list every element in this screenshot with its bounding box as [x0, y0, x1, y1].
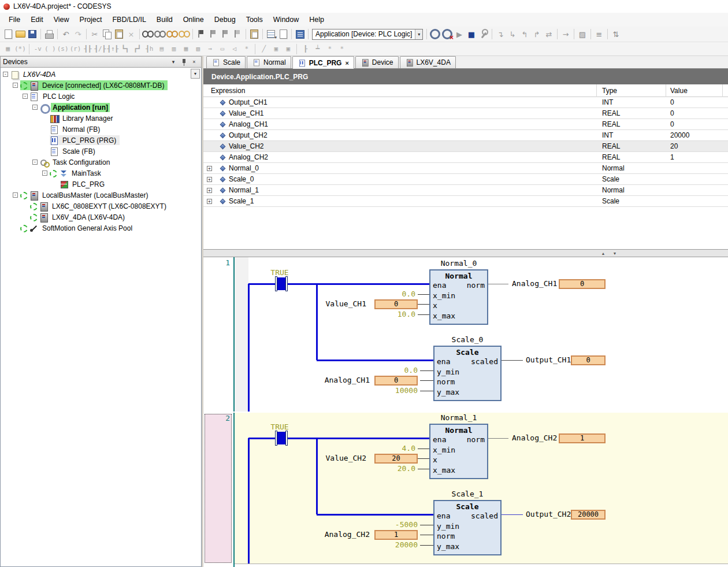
- scroll-up-icon[interactable]: ▲: [598, 250, 608, 257]
- fbd-tool-icon-23[interactable]: ▣: [270, 44, 281, 54]
- menu-item-help[interactable]: Help: [304, 13, 329, 26]
- menu-item-online[interactable]: Online: [178, 13, 209, 26]
- tab-plc-prg[interactable]: PLC_PRG×: [292, 56, 354, 69]
- tree-item-scale-fb[interactable]: Scale (FB): [1, 146, 201, 157]
- force-values-icon[interactable]: ⇅: [610, 28, 622, 40]
- expand-icon[interactable]: +: [207, 188, 212, 193]
- fbd-tool-icon-26[interactable]: ┠: [300, 44, 311, 54]
- tree-expander-icon[interactable]: -: [13, 192, 18, 198]
- step-out-icon[interactable]: ↰: [519, 28, 530, 40]
- tree-item-plc-prg[interactable]: PLC_PRG: [1, 179, 201, 190]
- online-value-box[interactable]: 1: [559, 433, 606, 443]
- tab-close-icon[interactable]: ×: [345, 60, 348, 66]
- tab-scale[interactable]: Scale: [206, 56, 246, 68]
- find-in-project-icon[interactable]: [166, 28, 178, 40]
- fbd-tool-icon-15[interactable]: ▦: [180, 44, 191, 54]
- tab-lx6v-4da[interactable]: LX6V_4DA: [400, 56, 456, 68]
- fbd-tool-icon-3[interactable]: -v: [32, 44, 43, 54]
- stop-icon[interactable]: ■: [466, 28, 477, 40]
- column-value[interactable]: Value: [670, 87, 688, 95]
- watch-row-scale-1[interactable]: +Scale_1Scale: [203, 196, 728, 207]
- online-value-box[interactable]: 0: [571, 355, 606, 365]
- open-project-icon[interactable]: [14, 28, 26, 40]
- paste-object-icon[interactable]: [248, 28, 260, 40]
- menu-item-debug[interactable]: Debug: [209, 13, 241, 26]
- tree-expander-icon[interactable]: -: [3, 72, 8, 77]
- fbd-tool-icon-5[interactable]: (s): [57, 44, 69, 54]
- new-project-icon[interactable]: [2, 28, 14, 40]
- fbd-tool-icon-17[interactable]: →: [205, 44, 216, 54]
- breakpoint-icon[interactable]: [478, 28, 489, 40]
- save-icon[interactable]: [27, 28, 38, 40]
- panel-pin-icon[interactable]: [179, 58, 188, 66]
- watch-row-normal-0[interactable]: +Normal_0Normal: [203, 163, 728, 174]
- replace-icon[interactable]: [154, 28, 166, 40]
- watch-list-icon[interactable]: ≡: [593, 28, 605, 40]
- menu-item-file[interactable]: File: [3, 13, 25, 26]
- tree-expander-icon[interactable]: -: [13, 83, 18, 88]
- watch-row-output-ch2[interactable]: Output_CH2INT20000: [203, 130, 728, 141]
- watch-row-normal-1[interactable]: +Normal_1Normal: [203, 185, 728, 196]
- redo-icon[interactable]: ↷: [72, 28, 84, 40]
- panel-collapse-icon[interactable]: ▾: [169, 58, 178, 66]
- fbd-tool-icon-18[interactable]: ▭: [217, 44, 228, 54]
- toggle-bookmark-icon[interactable]: [195, 28, 207, 40]
- menu-item-view[interactable]: View: [49, 13, 75, 26]
- fbd-tool-icon-27[interactable]: ┷: [312, 44, 323, 54]
- menu-item-edit[interactable]: Edit: [25, 13, 49, 26]
- online-value-box[interactable]: 0: [374, 376, 418, 386]
- tab-normal[interactable]: Normal: [247, 56, 291, 68]
- fbd-tool-icon-14[interactable]: ▥: [168, 44, 179, 54]
- watch-row-value-ch2[interactable]: Value_CH2REAL20: [203, 141, 728, 152]
- copy-icon[interactable]: [101, 28, 113, 40]
- menu-item-tools[interactable]: Tools: [241, 13, 268, 26]
- expand-icon[interactable]: +: [207, 177, 212, 182]
- tree-expander-icon[interactable]: -: [32, 105, 38, 110]
- tree-item-library-manager[interactable]: Library Manager: [1, 113, 201, 124]
- tree-expander-icon[interactable]: -: [42, 171, 47, 176]
- library-repository-icon[interactable]: [294, 28, 306, 40]
- clear-bookmarks-icon[interactable]: [232, 28, 243, 40]
- online-value-box[interactable]: 20000: [571, 510, 606, 520]
- tree-expander-icon[interactable]: -: [32, 160, 38, 165]
- tree-item-lx6c-0808exyt-lx6c-0808exyt[interactable]: LX6C_0808EXYT (LX6C-0808EXYT): [1, 201, 201, 212]
- step-over-icon[interactable]: ↴: [495, 28, 506, 40]
- new-object-icon[interactable]: [265, 28, 277, 40]
- fbd-tool-icon-0[interactable]: ▦: [2, 44, 13, 54]
- menu-item-window[interactable]: Window: [268, 13, 304, 26]
- online-value-box[interactable]: 0: [559, 279, 606, 289]
- chevron-down-icon[interactable]: ▾: [415, 29, 422, 39]
- tree-item-softmotion-general-axis-pool[interactable]: SoftMotion General Axis Pool: [1, 223, 201, 234]
- tree-item-plc-prg-prg[interactable]: PLC_PRG (PRG): [1, 135, 201, 146]
- menu-item-build[interactable]: Build: [151, 13, 178, 26]
- fbd-tool-icon-10[interactable]: ┗┓: [120, 44, 131, 54]
- fbd-tool-icon-4[interactable]: ( ): [44, 44, 56, 54]
- tree-item-lx6v-4da[interactable]: -LX6V-4DA: [1, 69, 201, 80]
- fbd-block-scale-0[interactable]: Scaleenascaledy_minnormy_max: [433, 346, 502, 401]
- active-application-selector[interactable]: Application [Device: PLC Logic]▾: [312, 29, 423, 40]
- online-value-box[interactable]: 0: [374, 299, 418, 309]
- fbd-tool-icon-7[interactable]: ┨┠: [83, 44, 94, 54]
- tree-item-task-configuration[interactable]: -Task Configuration: [1, 157, 201, 168]
- step-into-icon[interactable]: ↳: [507, 28, 518, 40]
- login-icon[interactable]: [429, 28, 441, 40]
- cut-icon[interactable]: ✂: [89, 28, 101, 40]
- delete-icon[interactable]: ×: [125, 28, 137, 40]
- tree-item-lx6v-4da-lx6v-4da[interactable]: LX6V_4DA (LX6V-4DA): [1, 212, 201, 223]
- expand-icon[interactable]: +: [207, 166, 212, 171]
- menu-item-fbd-ld-il[interactable]: FBD/LD/IL: [107, 13, 151, 26]
- watch-row-output-ch1[interactable]: Output_CH1INT0: [203, 97, 728, 108]
- watch-row-analog-ch1[interactable]: Analog_CH1REAL0: [203, 119, 728, 130]
- horizontal-splitter[interactable]: ▲ ▼: [203, 249, 728, 257]
- tree-item-maintask[interactable]: -MainTask: [1, 168, 201, 179]
- undo-icon[interactable]: ↶: [60, 28, 72, 40]
- new-pou-icon[interactable]: [277, 28, 289, 40]
- paste-icon[interactable]: [113, 28, 125, 40]
- tree-expander-icon[interactable]: -: [23, 94, 28, 99]
- previous-bookmark-icon[interactable]: [207, 28, 219, 40]
- fbd-tool-icon-24[interactable]: ▣: [283, 44, 294, 54]
- fbd-tool-icon-1[interactable]: (*): [14, 44, 26, 54]
- fbd-tool-icon-13[interactable]: ▤: [156, 44, 167, 54]
- start-icon[interactable]: ▶: [454, 28, 465, 40]
- logout-icon[interactable]: [441, 28, 453, 40]
